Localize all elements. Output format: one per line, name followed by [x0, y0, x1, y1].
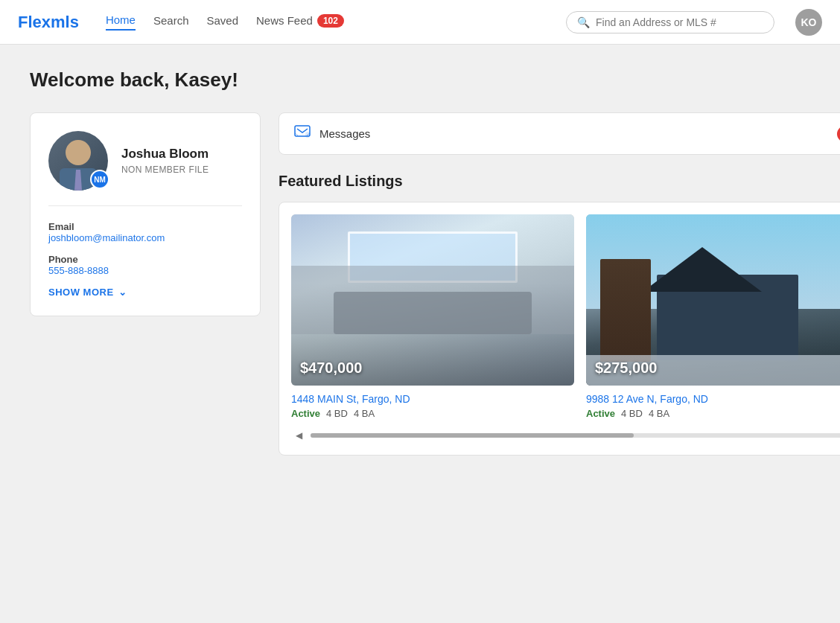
listing-price-2: $275,000 [595, 360, 657, 377]
listing-address-2: 9988 12 Ave N, Fargo, ND [586, 393, 840, 405]
nav-news-feed[interactable]: News Feed 102 [256, 14, 344, 31]
user-avatar[interactable]: KO [795, 9, 822, 36]
phone-label: Phone [48, 254, 242, 265]
featured-listings-section: Featured Listings [279, 173, 840, 456]
listing-card-1[interactable]: $470,000 1448 MAIN St, Fargo, ND Active … [291, 214, 574, 419]
listing-image-1: $470,000 [291, 214, 574, 386]
messages-icon [294, 125, 311, 142]
profile-sub-title: NON MEMBER FILE [121, 164, 209, 175]
messages-label: Messages [319, 127, 828, 140]
listings-container: $470,000 1448 MAIN St, Fargo, ND Active … [279, 202, 840, 456]
phone-value[interactable]: 555-888-8888 [48, 265, 242, 276]
profile-card: NM Joshua Bloom NON MEMBER FILE Email jo… [30, 112, 261, 316]
nav-links: Home Search Saved News Feed 102 [106, 13, 545, 31]
profile-nm-badge: NM [90, 170, 109, 189]
header: Flexmls Home Search Saved News Feed 102 … [0, 0, 840, 45]
profile-top: NM Joshua Bloom NON MEMBER FILE [48, 131, 242, 206]
content-row: NM Joshua Bloom NON MEMBER FILE Email jo… [30, 112, 810, 456]
scroll-track[interactable] [311, 433, 840, 438]
listing-price-1: $470,000 [300, 360, 362, 377]
main-content: Welcome back, Kasey! NM Joshua Bloom NON… [0, 45, 840, 479]
nav-search[interactable]: Search [153, 14, 189, 30]
global-search-bar: 🔍 [566, 11, 774, 33]
listing-beds-1: 4 BD [326, 408, 348, 419]
scroll-thumb [311, 433, 634, 438]
app-logo: Flexmls [18, 13, 79, 32]
scroll-bar-area: ◀ ▶ [291, 428, 840, 443]
profile-info-header: Joshua Bloom NON MEMBER FILE [121, 147, 209, 175]
show-more-button[interactable]: SHOW MORE ⌄ [48, 287, 242, 298]
listing-beds-2: 4 BD [621, 408, 643, 419]
global-search-input[interactable] [596, 16, 763, 28]
listing-address-1: 1448 MAIN St, Fargo, ND [291, 393, 574, 405]
avatar-container: NM [48, 131, 108, 191]
scroll-left-arrow[interactable]: ◀ [291, 428, 306, 443]
nav-home[interactable]: Home [106, 13, 136, 31]
listing-status-2: Active [586, 408, 615, 419]
messages-count-badge: 0 [837, 126, 840, 142]
listing-baths-1: 4 BA [354, 408, 375, 419]
listing-status-row-2: Active 4 BD 4 BA [586, 408, 840, 419]
email-row: Email joshbloom@mailinator.com [48, 221, 242, 243]
email-value[interactable]: joshbloom@mailinator.com [48, 232, 242, 243]
chevron-down-icon: ⌄ [118, 287, 127, 298]
listing-card-2[interactable]: $275,000 9988 12 Ave N, Fargo, ND Active… [586, 214, 840, 419]
phone-row: Phone 555-888-8888 [48, 254, 242, 276]
listing-baths-2: 4 BA [649, 408, 669, 419]
listing-status-1: Active [291, 408, 320, 419]
featured-listings-title: Featured Listings [279, 173, 840, 190]
avatar-head [66, 140, 91, 165]
right-panel: Messages 0 › Featured Listings [279, 112, 840, 456]
listing-image-2: $275,000 [586, 214, 840, 386]
profile-contact-info: Email joshbloom@mailinator.com Phone 555… [48, 221, 242, 298]
messages-row[interactable]: Messages 0 › [279, 112, 840, 155]
profile-name: Joshua Bloom [121, 147, 209, 162]
listings-scroll: $470,000 1448 MAIN St, Fargo, ND Active … [291, 214, 840, 419]
listing-status-row-1: Active 4 BD 4 BA [291, 408, 574, 419]
welcome-title: Welcome back, Kasey! [30, 68, 810, 92]
email-label: Email [48, 221, 242, 232]
news-feed-badge: 102 [317, 14, 344, 28]
search-icon: 🔍 [577, 16, 590, 28]
nav-saved[interactable]: Saved [206, 14, 238, 30]
